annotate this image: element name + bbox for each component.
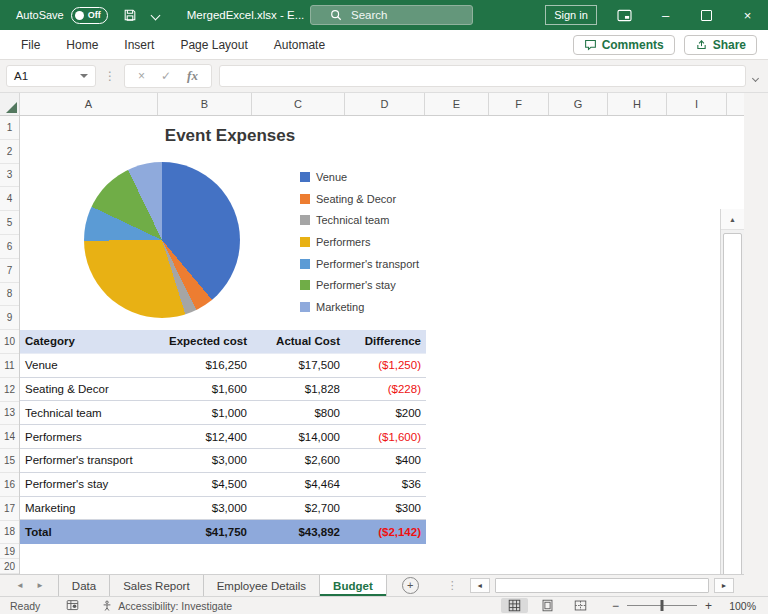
table-row[interactable]: Performer's transport$3,000$2,600$400	[20, 449, 426, 473]
zoom-handle[interactable]	[660, 600, 663, 611]
new-sheet-button[interactable]: +	[402, 577, 419, 594]
insert-function-icon[interactable]: fx	[187, 68, 198, 84]
legend-item-performers[interactable]: Performers	[300, 231, 419, 253]
row-header-2[interactable]: 2	[0, 140, 19, 164]
zoom-out-icon[interactable]: −	[612, 599, 619, 613]
row-header-19[interactable]: 19	[0, 544, 19, 559]
column-header-i[interactable]: I	[667, 93, 727, 115]
ribbon-tab-page-layout[interactable]: Page Layout	[167, 30, 260, 59]
row-header-16[interactable]: 16	[0, 473, 19, 497]
column-header-a[interactable]: A	[20, 93, 158, 115]
row-header-4[interactable]: 4	[0, 187, 19, 211]
formula-input[interactable]	[219, 65, 746, 87]
search-input[interactable]: Search	[310, 5, 473, 25]
column-header-d[interactable]: D	[345, 93, 425, 115]
column-header-h[interactable]: H	[608, 93, 667, 115]
zoom-in-icon[interactable]: +	[705, 599, 712, 613]
row-header-8[interactable]: 8	[0, 283, 19, 307]
row-header-12[interactable]: 12	[0, 378, 19, 402]
row-header-17[interactable]: 17	[0, 497, 19, 521]
save-icon[interactable]	[123, 8, 137, 22]
sheet-canvas[interactable]: Event Expenses VenueSeating & DecorTechn…	[20, 116, 744, 574]
comments-button[interactable]: Comments	[573, 35, 675, 55]
sheet-nav-left-icon[interactable]: ◄	[16, 581, 24, 590]
row-header-13[interactable]: 13	[0, 402, 19, 426]
zoom-level[interactable]: 100%	[724, 600, 756, 612]
name-box-dropdown-icon[interactable]	[80, 74, 88, 78]
autosave-toggle[interactable]: Off	[71, 7, 108, 24]
enter-icon[interactable]: ✓	[161, 69, 171, 83]
pie-chart[interactable]: Event Expenses VenueSeating & DecorTechn…	[30, 118, 440, 330]
row-header-6[interactable]: 6	[0, 235, 19, 259]
maximize-button[interactable]	[686, 0, 727, 30]
column-header-g[interactable]: G	[549, 93, 608, 115]
ribbon-tab-automate[interactable]: Automate	[261, 30, 338, 59]
expense-table[interactable]: CategoryExpected costActual CostDifferen…	[20, 330, 426, 544]
minimize-button[interactable]: –	[645, 0, 686, 30]
row-header-5[interactable]: 5	[0, 211, 19, 235]
legend-item-venue[interactable]: Venue	[300, 166, 419, 188]
legend-item-marketing[interactable]: Marketing	[300, 296, 419, 318]
vertical-scroll-thumb[interactable]	[723, 233, 742, 614]
toggle-knob-icon	[75, 11, 84, 20]
column-header-b[interactable]: B	[158, 93, 252, 115]
row-header-11[interactable]: 11	[0, 354, 19, 378]
vertical-scrollbar[interactable]: ▲ ▼	[720, 209, 744, 614]
zoom-slider[interactable]: − +	[612, 599, 712, 613]
table-row[interactable]: Marketing$3,000$2,700$300	[20, 497, 426, 521]
close-button[interactable]: ×	[727, 0, 768, 30]
column-header-e[interactable]: E	[425, 93, 489, 115]
table-cell: $1,600	[158, 383, 252, 395]
sheet-nav-right-icon[interactable]: ►	[36, 581, 44, 590]
ribbon-tab-file[interactable]: File	[8, 30, 53, 59]
row-header-14[interactable]: 14	[0, 425, 19, 449]
macro-record-icon[interactable]	[66, 599, 79, 612]
row-header-10[interactable]: 10	[0, 330, 19, 354]
ribbon-display-options-icon[interactable]	[604, 0, 645, 30]
legend-item-performer-s-transport[interactable]: Performer's transport	[300, 253, 419, 275]
sheet-tab-employee-details[interactable]: Employee Details	[203, 575, 319, 596]
table-row[interactable]: Venue$16,250$17,500($1,250)	[20, 354, 426, 378]
column-header-c[interactable]: C	[252, 93, 345, 115]
row-header-20[interactable]: 20	[0, 559, 19, 574]
table-row[interactable]: Performer's stay$4,500$4,464$36	[20, 473, 426, 497]
expand-formula-bar-icon[interactable]	[753, 67, 758, 85]
name-box[interactable]: A1	[6, 65, 96, 87]
sheet-tab-data[interactable]: Data	[58, 575, 109, 596]
scroll-up-icon[interactable]: ▲	[721, 209, 744, 230]
autosave-control[interactable]: AutoSave Off	[16, 7, 108, 24]
sheet-tab-sales-report[interactable]: Sales Report	[109, 575, 202, 596]
row-header-3[interactable]: 3	[0, 164, 19, 188]
sign-in-button[interactable]: Sign in	[545, 5, 597, 25]
row-header-7[interactable]: 7	[0, 259, 19, 283]
ribbon-tab-insert[interactable]: Insert	[111, 30, 167, 59]
accessibility-status[interactable]: Accessibility: Investigate	[101, 600, 232, 612]
row-header-15[interactable]: 15	[0, 449, 19, 473]
legend-item-seating-decor[interactable]: Seating & Decor	[300, 188, 419, 210]
table-row[interactable]: Seating & Decor$1,600$1,828($228)	[20, 378, 426, 402]
row-header-18[interactable]: 18	[0, 521, 19, 545]
page-layout-view-icon[interactable]	[534, 598, 561, 613]
scroll-right-icon[interactable]: ►	[714, 578, 734, 593]
legend-item-performer-s-stay[interactable]: Performer's stay	[300, 274, 419, 296]
zoom-track[interactable]	[627, 605, 697, 606]
select-all-button[interactable]	[0, 93, 20, 115]
quick-access-chevron-icon[interactable]	[152, 12, 159, 19]
ribbon-tab-home[interactable]: Home	[53, 30, 111, 59]
legend-item-technical-team[interactable]: Technical team	[300, 209, 419, 231]
column-header-f[interactable]: F	[489, 93, 549, 115]
sheet-tab-budget[interactable]: Budget	[319, 575, 387, 596]
table-row[interactable]: Performers$12,400$14,000($1,600)	[20, 425, 426, 449]
row-header-1[interactable]: 1	[0, 116, 19, 140]
horizontal-scroll-thumb[interactable]	[495, 578, 709, 593]
share-button[interactable]: Share	[684, 35, 757, 55]
horizontal-scrollbar[interactable]: ◄ ►	[470, 578, 734, 593]
normal-view-icon[interactable]	[501, 598, 528, 613]
row-header-9[interactable]: 9	[0, 306, 19, 330]
table-row[interactable]: Technical team$1,000$800$200	[20, 401, 426, 425]
pie-plot-area[interactable]	[84, 162, 240, 318]
cancel-icon[interactable]: ×	[138, 69, 145, 83]
page-break-preview-icon[interactable]	[567, 598, 594, 613]
scroll-left-icon[interactable]: ◄	[470, 578, 490, 593]
table-cell: Category	[20, 335, 158, 347]
